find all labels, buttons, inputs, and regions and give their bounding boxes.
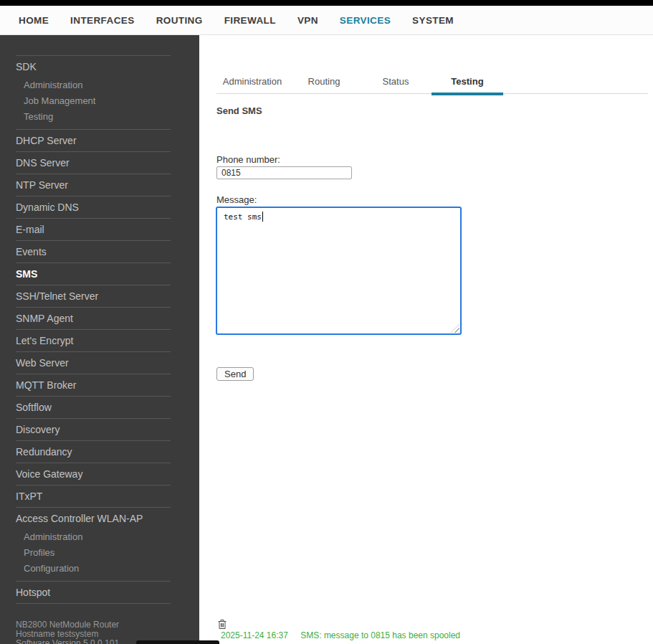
phone-number-label: Phone number: (216, 154, 280, 165)
sidebar-spacer (0, 35, 199, 55)
nav-item-vpn[interactable]: VPN (297, 15, 318, 26)
sidebar-item-mqtt-broker[interactable]: MQTT Broker (0, 374, 199, 396)
sidebar-item-ntp-server[interactable]: NTP Server (0, 174, 199, 196)
sidebar-item-events[interactable]: Events (0, 241, 199, 262)
sidebar-item-sms[interactable]: SMS (0, 263, 199, 285)
sidebar-item-administration[interactable]: Administration (0, 529, 199, 545)
sidebar-item-configuration[interactable]: Configuration (0, 561, 199, 577)
nav-item-firewall[interactable]: FIREWALL (224, 15, 276, 26)
main-nav: HOMEINTERFACESROUTINGFIREWALLVPNSERVICES… (0, 6, 653, 35)
status-timestamp: 2025-11-24 16:37 (221, 630, 288, 640)
device-info-line: Software Version 5.0.0.101 (16, 639, 119, 644)
tab-administration[interactable]: Administration (216, 72, 288, 94)
nav-item-system[interactable]: SYSTEM (412, 15, 454, 26)
tab-status[interactable]: Status (360, 72, 432, 94)
sms-tab-bar: AdministrationRoutingStatusTesting (216, 72, 648, 94)
top-black-bar (0, 0, 653, 6)
sidebar-item-discovery[interactable]: Discovery (0, 419, 199, 440)
sidebar-item-profiles[interactable]: Profiles (0, 545, 199, 561)
sidebar-item-ssh-telnet-server[interactable]: SSH/Telnet Server (0, 285, 199, 307)
sidebar-item-snmp-agent[interactable]: SNMP Agent (0, 308, 199, 329)
sidebar-item-redundancy[interactable]: Redundancy (0, 441, 199, 463)
sidebar-item-hotspot[interactable]: Hotspot (0, 582, 199, 603)
sidebar-item-sdk[interactable]: SDK (0, 56, 199, 77)
sidebar-item-dhcp-server[interactable]: DHCP Server (0, 130, 199, 151)
send-button[interactable]: Send (216, 367, 254, 381)
services-sidebar: SDKAdministrationJob ManagementTestingDH… (0, 35, 199, 644)
sidebar-item-softflow[interactable]: Softflow (0, 397, 199, 418)
trash-icon[interactable] (217, 619, 227, 630)
sidebar-divider (16, 603, 171, 604)
section-heading: Send SMS (216, 105, 262, 116)
sidebar-item-web-server[interactable]: Web Server (0, 352, 199, 374)
sidebar-item-itxpt[interactable]: ITxPT (0, 486, 199, 507)
sidebar-item-dns-server[interactable]: DNS Server (0, 152, 199, 174)
sidebar-item-voice-gateway[interactable]: Voice Gateway (0, 463, 199, 485)
router-admin-page: HOMEINTERFACESROUTINGFIREWALLVPNSERVICES… (0, 0, 653, 644)
sms-spool-status: 2025-11-24 16:37 SMS: message to 0815 ha… (221, 630, 460, 640)
sidebar-item-e-mail[interactable]: E-mail (0, 219, 199, 240)
sidebar-item-job-management[interactable]: Job Management (0, 93, 199, 109)
sidebar-item-dynamic-dns[interactable]: Dynamic DNS (0, 196, 199, 218)
sidebar-item-administration[interactable]: Administration (0, 77, 199, 93)
nav-item-home[interactable]: HOME (19, 15, 49, 26)
sidebar-item-testing[interactable]: Testing (0, 109, 199, 125)
sidebar-menu: SDKAdministrationJob ManagementTestingDH… (0, 35, 199, 604)
sidebar-item-let-s-encrypt[interactable]: Let's Encrypt (0, 330, 199, 351)
message-textarea[interactable]: test sms (216, 207, 462, 335)
text-cursor (262, 212, 263, 222)
main-content: AdministrationRoutingStatusTesting Send … (199, 35, 653, 644)
tab-testing[interactable]: Testing (432, 72, 503, 94)
tab-routing[interactable]: Routing (288, 72, 360, 94)
device-info-footer: NB2800 NetModule RouterHostname testsyst… (16, 620, 119, 644)
phone-number-input[interactable] (216, 166, 352, 179)
message-label: Message: (216, 194, 257, 205)
nav-item-services[interactable]: SERVICES (340, 15, 391, 26)
nav-item-interfaces[interactable]: INTERFACES (70, 15, 135, 26)
sidebar-item-access-controller-wlan-ap[interactable]: Access Controller WLAN-AP (0, 508, 199, 529)
nav-item-routing[interactable]: ROUTING (156, 15, 203, 26)
browser-status-overlay (136, 640, 219, 644)
status-message: SMS: message to 0815 has been spooled (300, 630, 460, 640)
